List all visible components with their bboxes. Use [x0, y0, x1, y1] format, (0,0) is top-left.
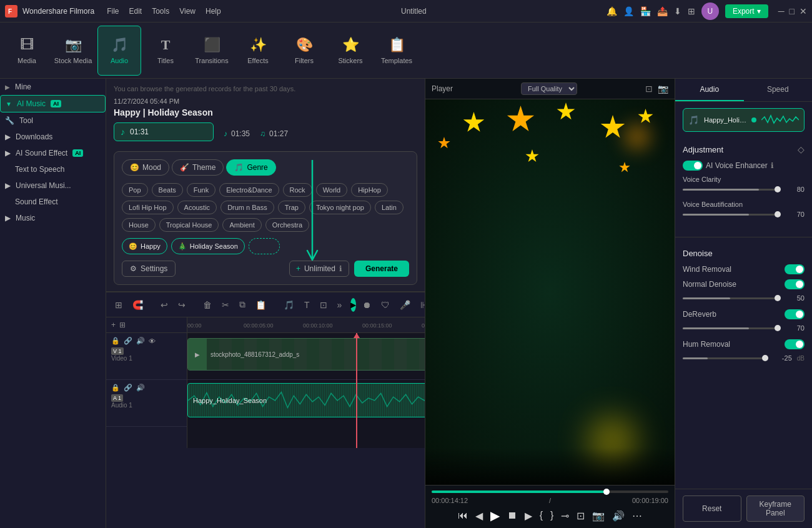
snapshot-btn[interactable]: 📷: [592, 510, 605, 522]
video-speaker-icon[interactable]: 🔊: [136, 337, 145, 345]
tl-record-btn[interactable]: ⏺: [359, 297, 375, 312]
keyframe-nav-btn[interactable]: ⊸: [561, 510, 569, 522]
genre-tag-lofi-hip-hop[interactable]: Lofi Hip Hop: [122, 201, 174, 214]
share-icon[interactable]: 📤: [657, 6, 668, 16]
panel-music[interactable]: ▶ Music: [0, 210, 106, 226]
voice-beautification-track[interactable]: [683, 214, 778, 216]
tab-audio[interactable]: Audio: [675, 79, 744, 101]
close-button[interactable]: ✕: [800, 6, 807, 16]
play-button[interactable]: ▶: [490, 508, 500, 523]
normal-denoise-track[interactable]: [683, 297, 778, 299]
genre-tag-hiphop[interactable]: HipHop: [351, 183, 388, 197]
toolbar-audio[interactable]: 🎵 Audio: [97, 26, 141, 76]
panel-downloads[interactable]: ▶ Downloads: [0, 129, 106, 145]
tab-genre[interactable]: 🎵 Genre: [226, 159, 275, 176]
toolbar-stickers[interactable]: ⭐ Stickers: [329, 26, 372, 76]
more-btn[interactable]: ⋯: [632, 510, 642, 522]
video-link-icon[interactable]: 🔗: [124, 337, 132, 345]
tl-grid-btn[interactable]: ⊞: [111, 297, 126, 312]
tl-text-btn[interactable]: T: [300, 297, 314, 312]
tab-mood[interactable]: 😊 Mood: [122, 159, 169, 176]
keyframe-panel-button[interactable]: Keyframe Panel: [746, 496, 805, 522]
tl-paste-btn[interactable]: 📋: [252, 297, 270, 312]
settings-button[interactable]: ⚙ Settings: [122, 261, 176, 277]
tl-cut-btn[interactable]: ✂: [218, 297, 233, 312]
normal-denoise-toggle[interactable]: [785, 279, 805, 289]
genre-tag-pop[interactable]: Pop: [122, 183, 148, 197]
toolbar-filters[interactable]: 🎨 Filters: [282, 26, 326, 76]
quality-select[interactable]: Full Quality: [521, 82, 577, 95]
maximize-button[interactable]: □: [790, 6, 795, 16]
panel-text-to-speech[interactable]: Text to Speech: [0, 161, 106, 177]
download-icon[interactable]: ⬇: [674, 6, 681, 16]
dereverb-toggle[interactable]: [785, 309, 805, 319]
genre-tag-latin[interactable]: Latin: [375, 201, 404, 214]
add-track-icon[interactable]: +: [111, 321, 116, 329]
hum-removal-toggle[interactable]: [785, 339, 805, 349]
genre-tag-drum-n-bass[interactable]: Drum n Bass: [220, 201, 274, 214]
menu-edit[interactable]: Edit: [129, 7, 142, 16]
genre-tag-beats[interactable]: Beats: [152, 183, 183, 197]
store-icon[interactable]: 🏪: [640, 6, 651, 16]
apps-icon[interactable]: ⊞: [688, 6, 695, 16]
toolbar-effects[interactable]: ✨ Effects: [236, 26, 280, 76]
tl-shield-btn[interactable]: 🛡: [377, 297, 394, 312]
fullscreen-btn[interactable]: ⊡: [577, 510, 585, 522]
video-eye-icon[interactable]: 👁: [149, 337, 156, 345]
tl-mic-btn[interactable]: 🎤: [396, 297, 414, 312]
menu-view[interactable]: View: [179, 7, 196, 16]
avatar[interactable]: U: [701, 2, 719, 20]
toolbar-stock-media[interactable]: 📷 Stock Media: [51, 26, 95, 76]
tab-theme[interactable]: 🎸 Theme: [172, 159, 224, 176]
tl-undo-btn[interactable]: ↩: [157, 297, 172, 312]
stop-button[interactable]: ⏹: [507, 510, 517, 521]
audio-lock-icon[interactable]: 🔒: [111, 384, 120, 392]
voice-clarity-track[interactable]: [683, 189, 778, 191]
empty-tag-slot[interactable]: [249, 238, 280, 254]
panel-sound-effect[interactable]: Sound Effect: [0, 194, 106, 210]
tl-split-btn[interactable]: ⊩: [417, 297, 425, 312]
selected-tag-holiday[interactable]: 🎄 Holiday Season: [171, 238, 245, 254]
volume-btn[interactable]: 🔊: [612, 510, 625, 522]
tl-crop-btn[interactable]: ⊡: [316, 297, 331, 312]
genre-tag-house[interactable]: House: [122, 218, 156, 232]
audio-link-icon[interactable]: 🔗: [124, 384, 132, 392]
genre-tag-funk[interactable]: Funk: [187, 183, 215, 197]
toolbar-titles[interactable]: T Titles: [144, 26, 187, 76]
minimize-button[interactable]: ─: [778, 6, 785, 16]
screenshot-icon[interactable]: 📷: [658, 84, 668, 94]
audio-clip[interactable]: Happy_Holiday_Season: [187, 383, 425, 417]
menu-tools[interactable]: Tools: [152, 7, 169, 16]
prev-frame-btn[interactable]: ◀: [475, 510, 483, 522]
genre-tag-electro&dance[interactable]: Electro&Dance: [219, 183, 279, 197]
video-lock-icon[interactable]: 🔒: [111, 337, 120, 345]
in-point-btn[interactable]: {: [540, 510, 543, 521]
panel-tool[interactable]: 🔧 Tool: [0, 112, 106, 129]
tl-more-btn[interactable]: »: [334, 297, 346, 312]
dereverb-track[interactable]: [683, 327, 778, 329]
tl-delete-btn[interactable]: 🗑: [199, 297, 215, 312]
tl-play-btn[interactable]: ▶: [350, 298, 356, 312]
progress-bar[interactable]: [432, 491, 668, 493]
active-track[interactable]: ♪ 01:31: [114, 122, 214, 141]
menu-help[interactable]: Help: [205, 7, 221, 16]
tl-redo-btn[interactable]: ↪: [174, 297, 189, 312]
panel-universal-music[interactable]: ▶ Universal Musi...: [0, 177, 106, 194]
menu-file[interactable]: File: [107, 7, 119, 16]
video-clip-main[interactable]: ▶ stockphoto_488167312_addp_s: [187, 338, 425, 371]
notification-icon[interactable]: 🔔: [607, 6, 617, 16]
ai-ve-toggle[interactable]: [683, 161, 703, 171]
generate-button[interactable]: Generate: [354, 261, 409, 277]
tab-speed[interactable]: Speed: [744, 79, 813, 101]
out-point-btn[interactable]: }: [550, 510, 553, 521]
split-view-icon[interactable]: ⊡: [645, 84, 653, 94]
account-icon[interactable]: 👤: [623, 6, 634, 16]
export-button[interactable]: Export ▾: [725, 4, 768, 18]
panel-ai-sound-effect[interactable]: ▶ AI Sound Effect AI: [0, 145, 106, 161]
tl-magnet-btn[interactable]: 🧲: [129, 297, 147, 312]
genre-tag-ambient[interactable]: Ambient: [222, 218, 261, 232]
tl-copy-btn[interactable]: ⧉: [235, 297, 249, 312]
tl-music-btn[interactable]: 🎵: [280, 297, 298, 312]
genre-tag-tropical-house[interactable]: Tropical House: [159, 218, 219, 232]
hum-removal-track[interactable]: [683, 357, 765, 359]
